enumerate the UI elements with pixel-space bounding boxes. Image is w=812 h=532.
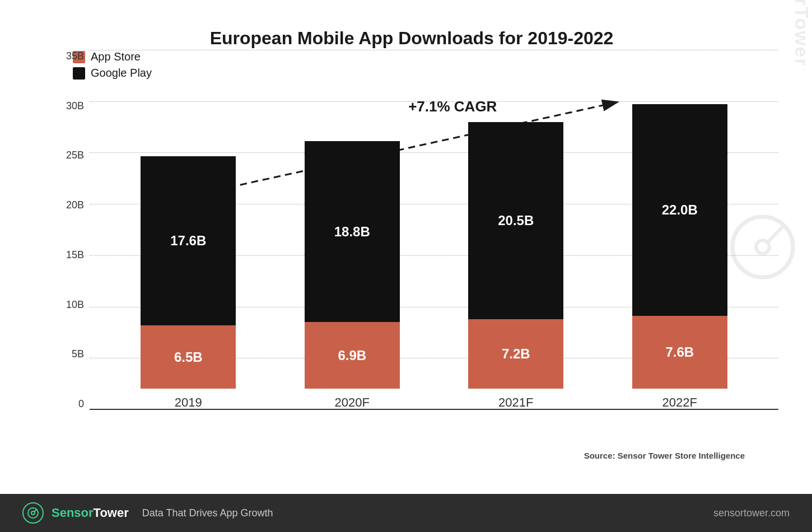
- bar-apple-2022f: 7.6B: [632, 316, 727, 389]
- apple-value-2022f: 7.6B: [665, 344, 694, 360]
- chart-area: 0 5B 10B 15B 20B 25B 30B 35B: [56, 50, 778, 438]
- bar-stack-2022f: 7.6B 22.0B: [632, 104, 727, 389]
- bar-google-2020f: 18.8B: [305, 141, 400, 322]
- bar-group-2019: 6.5B 17.6B 2019: [141, 156, 236, 410]
- footer-left: SensorTower Data That Drives App Growth: [22, 502, 273, 524]
- y-axis: 0 5B 10B 15B 20B 25B 30B 35B: [56, 50, 90, 410]
- bar-xlabel-2021f: 2021F: [498, 395, 533, 410]
- apple-value-2019: 6.5B: [174, 349, 203, 365]
- google-value-2021f: 20.5B: [498, 213, 534, 228]
- y-label-0: 0: [56, 398, 90, 410]
- google-value-2020f: 18.8B: [334, 224, 370, 240]
- bars-area: 6.5B 17.6B 2019 6.9B: [90, 50, 778, 410]
- chart-container: European Mobile App Downloads for 2019-2…: [0, 0, 812, 532]
- bar-google-2022f: 22.0B: [632, 104, 727, 316]
- apple-value-2020f: 6.9B: [338, 348, 366, 363]
- footer-bar: SensorTower Data That Drives App Growth …: [0, 494, 812, 532]
- bar-google-2019: 17.6B: [141, 156, 236, 325]
- y-label-15b: 15B: [56, 249, 90, 261]
- bar-apple-2020f: 6.9B: [305, 322, 400, 389]
- y-label-30b: 30B: [56, 100, 90, 112]
- bar-group-2021f: 7.2B 20.5B 2021F: [468, 122, 563, 410]
- bar-stack-2019: 6.5B 17.6B: [141, 156, 236, 389]
- bar-xlabel-2022f: 2022F: [662, 395, 697, 410]
- y-label-25b: 25B: [56, 150, 90, 161]
- bar-stack-2020f: 6.9B 18.8B: [305, 141, 400, 389]
- bar-google-2021f: 20.5B: [468, 122, 563, 319]
- y-label-5b: 5B: [56, 348, 90, 360]
- bar-xlabel-2020f: 2020F: [335, 395, 370, 410]
- chart-main: European Mobile App Downloads for 2019-2…: [0, 0, 812, 494]
- footer-logo-icon: [22, 502, 44, 524]
- google-value-2019: 17.6B: [170, 233, 206, 249]
- y-label-35b: 35B: [56, 50, 90, 62]
- y-label-20b: 20B: [56, 199, 90, 211]
- source-text: Source: Sensor Tower Store Intelligence: [584, 451, 745, 460]
- bar-apple-2019: 6.5B: [141, 325, 236, 389]
- footer-url: sensortower.com: [713, 507, 790, 519]
- footer-tagline: Data That Drives App Growth: [142, 507, 273, 519]
- bar-group-2020f: 6.9B 18.8B 2020F: [305, 141, 400, 410]
- bar-group-2022f: 7.6B 22.0B 2022F: [632, 104, 727, 410]
- bar-xlabel-2019: 2019: [175, 395, 202, 410]
- svg-point-6: [31, 511, 35, 515]
- chart-title: European Mobile App Downloads for 2019-2…: [56, 28, 767, 49]
- bar-apple-2021f: 7.2B: [468, 319, 563, 389]
- apple-value-2021f: 7.2B: [502, 346, 530, 362]
- footer-brand-text: SensorTower: [52, 506, 129, 520]
- bar-stack-2021f: 7.2B 20.5B: [468, 122, 563, 389]
- y-label-10b: 10B: [56, 299, 90, 311]
- svg-line-7: [35, 509, 38, 512]
- google-value-2022f: 22.0B: [662, 202, 698, 218]
- watermark-text: SensorTower: [791, 0, 813, 67]
